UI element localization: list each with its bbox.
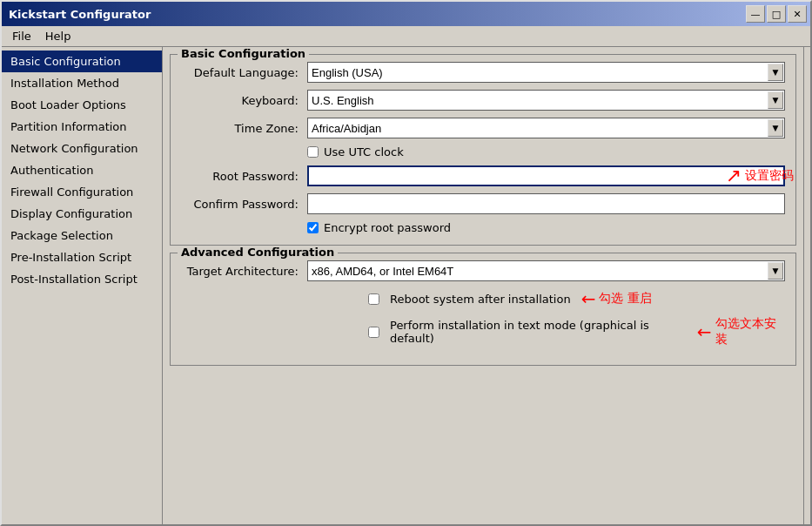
utc-clock-checkbox[interactable] [307,146,319,158]
sidebar-item-boot-loader-options[interactable]: Boot Loader Options [2,94,162,116]
sidebar-item-post-installation-script[interactable]: Post-Installation Script [2,268,162,290]
basic-configuration-group: Basic Configuration Default Language: En… [170,54,796,246]
text-mode-row: Perform installation in text mode (graph… [181,316,785,347]
window-controls: — □ ✕ [746,5,807,23]
basic-config-title: Basic Configuration [178,47,309,60]
keyboard-select[interactable]: U.S. EnglishFrenchGermanSpanish [307,90,785,111]
sidebar-item-package-selection[interactable]: Package Selection [2,225,162,246]
timezone-label: Time Zone: [181,122,307,135]
target-arch-row: Target Architecture: x86, AMD64, or Inte… [181,260,785,281]
confirm-password-input[interactable] [307,193,785,214]
sidebar-item-installation-method[interactable]: Installation Method [2,72,162,94]
confirm-password-row: Confirm Password: [181,193,785,214]
utc-clock-row: Use UTC clock [181,145,785,158]
advanced-configuration-group: Advanced Configuration Target Architectu… [170,253,796,366]
main-window: Kickstart Configurator — □ ✕ File Help B… [0,0,812,526]
root-password-input-wrapper: ↗ 设置密码 [307,165,785,186]
window-title: Kickstart Configurator [5,8,151,21]
minimize-button[interactable]: — [746,5,765,23]
menu-help[interactable]: Help [38,28,78,44]
sidebar-item-authentication[interactable]: Authentication [2,159,162,181]
default-language-row: Default Language: English (USA)English (… [181,62,785,83]
timezone-wrapper: Africa/AbidjanAmerica/New_YorkEurope/Lon… [307,118,785,138]
main-content: Basic Configuration Installation Method … [2,47,810,524]
sidebar-item-partition-information[interactable]: Partition Information [2,116,162,138]
target-arch-select[interactable]: x86, AMD64, or Intel EM64Tx86 onlyARM [307,260,785,281]
keyboard-row: Keyboard: U.S. EnglishFrenchGermanSpanis… [181,90,785,111]
confirm-password-input-wrapper [307,193,785,214]
root-password-row: Root Password: ↗ 设置密码 [181,165,785,186]
target-arch-wrapper: x86, AMD64, or Intel EM64Tx86 onlyARM ▼ [307,260,785,281]
timezone-select[interactable]: Africa/AbidjanAmerica/New_YorkEurope/Lon… [307,118,785,138]
menu-file[interactable]: File [5,28,38,44]
default-language-wrapper: English (USA)English (UK)Chinese (Simpli… [307,62,785,83]
root-password-label: Root Password: [181,170,307,183]
text-mode-annotation: 勾选文本安装 [715,316,785,347]
default-language-select[interactable]: English (USA)English (UK)Chinese (Simpli… [307,62,785,83]
timezone-row: Time Zone: Africa/AbidjanAmerica/New_Yor… [181,118,785,138]
sidebar-item-network-configuration[interactable]: Network Configuration [2,138,162,159]
title-bar: Kickstart Configurator — □ ✕ [2,2,810,26]
reboot-checkbox[interactable] [368,293,379,305]
encrypt-password-row: Encrypt root password [181,221,785,234]
sidebar-item-display-configuration[interactable]: Display Configuration [2,203,162,225]
sidebar-item-firewall-configuration[interactable]: Firewall Configuration [2,181,162,203]
default-language-label: Default Language: [181,66,307,79]
root-password-input[interactable] [307,165,785,186]
target-arch-label: Target Architecture: [181,265,307,278]
keyboard-label: Keyboard: [181,94,307,107]
maximize-button[interactable]: □ [767,5,786,23]
sidebar-item-basic-configuration[interactable]: Basic Configuration [2,51,162,72]
menu-bar: File Help [2,26,810,47]
encrypt-password-label: Encrypt root password [324,221,451,234]
scroll-indicator [803,47,810,524]
sidebar: Basic Configuration Installation Method … [2,47,163,524]
reboot-row: Reboot system after installation ← 勾选 重启 [181,288,785,309]
reboot-annotation: 勾选 重启 [599,291,651,307]
encrypt-password-checkbox[interactable] [307,222,319,233]
reboot-label: Reboot system after installation [390,293,571,306]
advanced-config-title: Advanced Configuration [178,246,338,259]
sidebar-item-pre-installation-script[interactable]: Pre-Installation Script [2,246,162,268]
right-panel: Basic Configuration Default Language: En… [163,47,803,524]
keyboard-wrapper: U.S. EnglishFrenchGermanSpanish ▼ [307,90,785,111]
close-button[interactable]: ✕ [788,5,807,23]
utc-clock-label: Use UTC clock [324,145,404,158]
confirm-password-label: Confirm Password: [181,198,307,211]
text-mode-label: Perform installation in text mode (graph… [390,319,687,345]
text-mode-checkbox[interactable] [368,327,379,338]
